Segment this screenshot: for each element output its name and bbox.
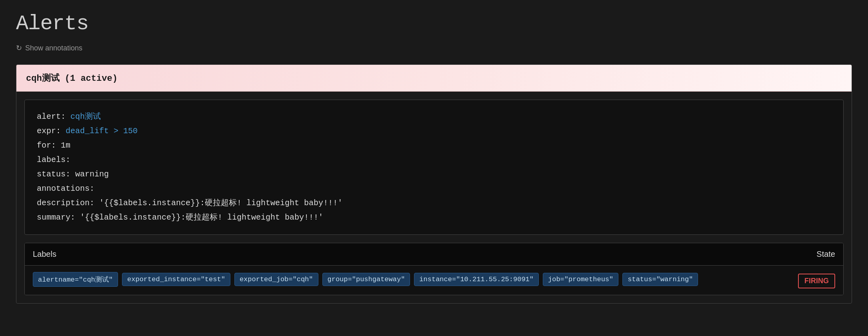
show-annotations-label: Show annotations — [25, 44, 82, 52]
label-tag[interactable]: instance="10.211.55.25:9091" — [414, 273, 539, 286]
rule-expr-line: expr: dead_lift > 150 — [37, 124, 831, 138]
rule-alert-line: alert: cqh测试 — [37, 110, 831, 124]
col-state-header: State — [779, 243, 843, 265]
labels-cell: alertname="cqh测试" exported_instance="tes… — [33, 272, 771, 287]
label-tag[interactable]: status="warning" — [622, 273, 698, 286]
label-tag[interactable]: group="pushgateway" — [322, 273, 410, 286]
state-badge: FIRING — [798, 274, 835, 288]
rule-for-line: for: 1m — [37, 138, 831, 153]
label-tag[interactable]: exported_job="cqh" — [234, 273, 318, 286]
col-labels-header: Labels — [25, 243, 779, 265]
rule-description-line: description: '{{$labels.instance}}:硬拉超标!… — [37, 196, 831, 210]
label-tag[interactable]: exported_instance="test" — [122, 273, 230, 286]
rule-labels-line: labels: — [37, 153, 831, 167]
bottom-spacer — [16, 312, 852, 328]
alert-rule-box: alert: cqh测试 expr: dead_lift > 150 for: … — [24, 100, 844, 235]
alert-group-name: cqh测试 — [26, 74, 60, 84]
alert-group-count: (1 active) — [65, 74, 118, 84]
alert-table: Labels State alertname="cqh测试" exported_… — [24, 243, 844, 295]
alert-table-header: Labels State — [25, 243, 843, 266]
state-cell: FIRING — [771, 272, 835, 288]
alert-group-header: cqh测试 (1 active) — [16, 65, 852, 92]
page-title: Alerts — [16, 12, 852, 36]
refresh-icon: ↻ — [16, 44, 22, 52]
table-row: alertname="cqh测试" exported_instance="tes… — [25, 266, 843, 295]
label-tag[interactable]: job="prometheus" — [543, 273, 618, 286]
rule-annotations-line: annotations: — [37, 182, 831, 196]
label-tag[interactable]: alertname="cqh测试" — [33, 272, 118, 287]
show-annotations-toggle[interactable]: ↻ Show annotations — [16, 44, 852, 52]
rule-summary-line: summary: '{{$labels.instance}}:硬拉超标! lig… — [37, 210, 831, 225]
alert-group: cqh测试 (1 active) alert: cqh测试 expr: dead… — [16, 64, 852, 304]
rule-status-line: status: warning — [37, 167, 831, 182]
